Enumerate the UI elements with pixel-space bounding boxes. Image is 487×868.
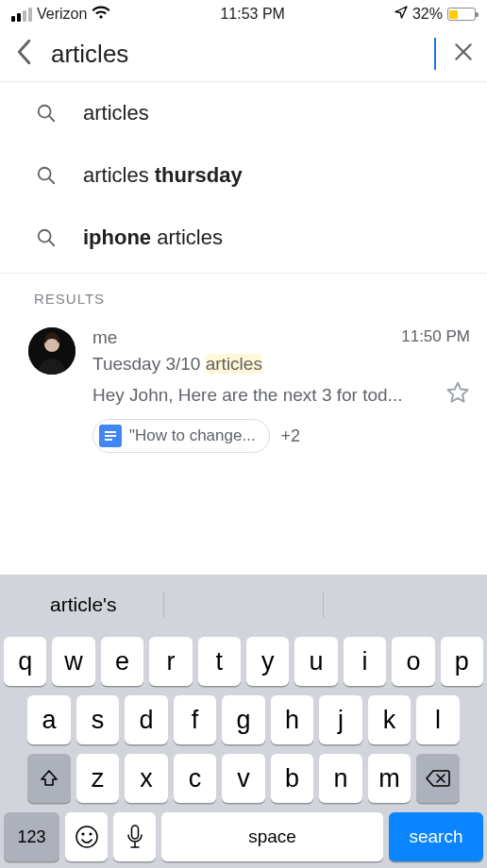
svg-rect-10 — [105, 439, 112, 441]
clock-label: 11:53 PM — [220, 6, 284, 23]
svg-line-5 — [49, 241, 54, 245]
suggestion-item[interactable]: articles — [0, 82, 487, 144]
key-w[interactable]: w — [52, 637, 94, 686]
back-icon[interactable] — [13, 39, 34, 69]
keyboard-row-1: qwertyuiop — [4, 637, 483, 686]
battery-pct: 32% — [412, 6, 443, 23]
signal-bars-icon — [11, 8, 32, 22]
star-icon[interactable] — [445, 380, 470, 409]
search-row: articles — [0, 26, 487, 81]
key-j[interactable]: j — [319, 695, 362, 744]
email-subject: Tuesday 3/10 articles — [92, 354, 470, 375]
mic-key[interactable] — [113, 812, 156, 861]
results-header: RESULTS — [0, 274, 487, 318]
search-icon — [36, 227, 57, 248]
emoji-key[interactable] — [65, 812, 108, 861]
key-g[interactable]: g — [222, 695, 265, 744]
suggestions-list: articles articles thursday iphone articl… — [0, 82, 487, 269]
svg-rect-14 — [131, 826, 138, 839]
shift-key[interactable] — [27, 754, 71, 803]
search-icon — [36, 103, 57, 124]
svg-point-11 — [76, 826, 97, 847]
key-t[interactable]: t — [198, 637, 241, 686]
search-key[interactable]: search — [389, 812, 483, 861]
svg-line-3 — [49, 178, 54, 183]
chip-label: "How to change... — [129, 426, 256, 445]
key-c[interactable]: c — [174, 754, 217, 803]
key-p[interactable]: p — [441, 637, 483, 686]
search-icon — [36, 165, 57, 186]
keyboard-prediction[interactable]: article's — [4, 593, 163, 616]
key-m[interactable]: m — [368, 754, 411, 803]
svg-line-1 — [49, 116, 54, 121]
chip-extra: +2 — [281, 426, 301, 446]
email-result[interactable]: me 11:50 PM Tuesday 3/10 articles Hey Jo… — [0, 318, 487, 466]
status-bar: Verizon 11:53 PM 32% — [0, 0, 487, 26]
doc-icon — [99, 425, 122, 447]
backspace-key[interactable] — [416, 754, 460, 803]
svg-point-13 — [89, 832, 92, 835]
key-o[interactable]: o — [392, 637, 434, 686]
keyboard-row-2: asdfghjkl — [4, 695, 483, 744]
email-preview: Hey John, Here are the next 3 for tod... — [92, 385, 434, 406]
clear-icon[interactable] — [453, 42, 474, 66]
key-b[interactable]: b — [271, 754, 314, 803]
svg-rect-8 — [105, 431, 116, 433]
battery-icon — [447, 8, 476, 21]
key-a[interactable]: a — [27, 695, 71, 744]
email-time: 11:50 PM — [401, 327, 470, 348]
key-z[interactable]: z — [76, 754, 120, 803]
key-n[interactable]: n — [319, 754, 362, 803]
email-from: me — [92, 327, 117, 348]
suggestion-item[interactable]: iphone articles — [0, 207, 487, 269]
suggestion-text: articles — [83, 101, 149, 125]
key-q[interactable]: q — [4, 637, 46, 686]
key-k[interactable]: k — [368, 695, 411, 744]
svg-rect-9 — [105, 435, 116, 437]
key-r[interactable]: r — [149, 637, 192, 686]
wifi-icon — [92, 6, 110, 24]
key-d[interactable]: d — [125, 695, 168, 744]
key-i[interactable]: i — [344, 637, 386, 686]
key-u[interactable]: u — [294, 637, 337, 686]
key-x[interactable]: x — [125, 754, 168, 803]
search-input[interactable]: articles — [51, 38, 436, 70]
key-e[interactable]: e — [101, 637, 143, 686]
attachment-chip[interactable]: "How to change... — [92, 419, 270, 453]
carrier-label: Verizon — [37, 6, 87, 23]
keyboard: article's qwertyuiop asdfghjkl zxcvbnm 1… — [0, 575, 487, 868]
key-f[interactable]: f — [174, 695, 217, 744]
key-v[interactable]: v — [222, 754, 265, 803]
suggestion-item[interactable]: articles thursday — [0, 144, 487, 207]
svg-point-12 — [81, 832, 84, 835]
key-y[interactable]: y — [246, 637, 289, 686]
suggestion-text: iphone articles — [83, 225, 223, 250]
avatar — [28, 327, 76, 375]
key-l[interactable]: l — [416, 695, 460, 744]
suggestion-text: articles thursday — [83, 163, 243, 188]
space-key[interactable]: space — [161, 812, 383, 861]
keyboard-row-3: zxcvbnm — [4, 754, 483, 803]
key-h[interactable]: h — [271, 695, 314, 744]
numbers-key[interactable]: 123 — [4, 812, 59, 861]
key-s[interactable]: s — [76, 695, 120, 744]
location-icon — [395, 6, 408, 23]
